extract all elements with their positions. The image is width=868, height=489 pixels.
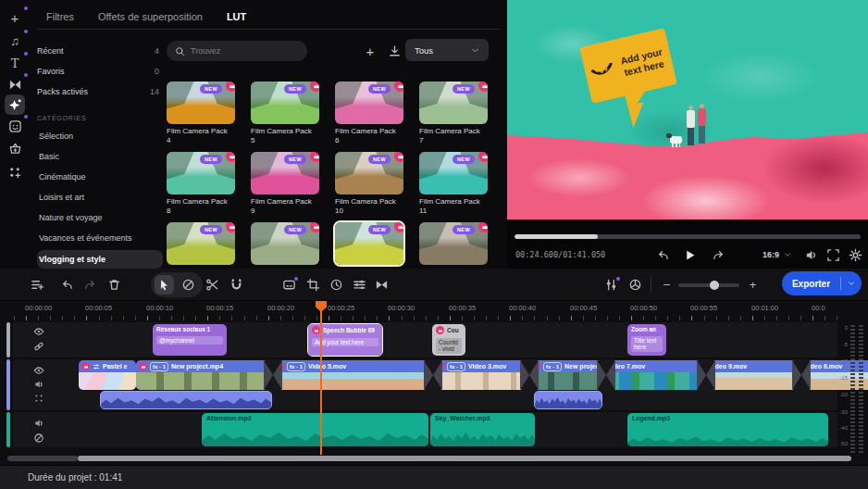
audio-mixer-button[interactable] <box>601 275 621 295</box>
speed-button[interactable] <box>327 275 346 295</box>
titles-icon[interactable]: T <box>5 53 25 73</box>
sidebar-item-favoris[interactable]: Favoris0 <box>37 67 159 83</box>
sidebar-item-cinematique[interactable]: Cinématique <box>37 169 163 185</box>
tab-offets-de-superposition[interactable]: Offets de superposition <box>98 7 203 26</box>
pack-card[interactable]: NEWFilm Camera Pack7 <box>419 82 491 152</box>
transition-clip[interactable] <box>520 360 539 390</box>
store-icon[interactable] <box>5 138 25 158</box>
sidebar-item-selection[interactable]: Sélection <box>37 128 163 144</box>
preview-progress-bar[interactable] <box>515 234 861 239</box>
music-clip[interactable]: Sky_Watcher.mp3 <box>430 413 535 446</box>
add-media-icon[interactable]: + <box>5 7 25 28</box>
playhead[interactable] <box>320 301 322 455</box>
search-bar[interactable] <box>167 41 307 61</box>
undo-button[interactable] <box>57 275 77 295</box>
text-track-lane[interactable] <box>13 322 837 357</box>
adjustments-button[interactable] <box>350 275 369 295</box>
text-clip[interactable]: Zoom an Title text here <box>627 324 666 356</box>
step-back-button[interactable] <box>655 247 671 263</box>
zoom-in-button[interactable]: + <box>743 275 763 295</box>
linked-audio-clip[interactable] <box>100 391 272 409</box>
export-button[interactable]: Exporter <box>782 271 862 295</box>
sidebar-item-loisirs-et-art[interactable]: Loisirs et art <box>37 189 163 206</box>
text-clip[interactable]: Réseaux sociaux 1 @mychannel <box>153 324 227 356</box>
pack-card[interactable]: NEWFilm Camera Pack6 <box>335 82 407 152</box>
sidebar-item-packs-actives[interactable]: Packs activés14 <box>37 87 159 104</box>
pack-card[interactable]: NEWFilm Camera Pack8 <box>167 152 239 222</box>
music-clip[interactable]: Legend.mp3 <box>627 413 828 446</box>
volume-button[interactable] <box>803 247 819 263</box>
pack-card[interactable]: NEWFilm Camera Pack11 <box>419 152 491 222</box>
search-input[interactable] <box>191 46 292 56</box>
timeline-hscrollbar[interactable] <box>7 456 851 461</box>
filter-dropdown[interactable]: Tous <box>405 39 489 61</box>
stickers-icon[interactable] <box>5 116 25 136</box>
transition-clip[interactable] <box>424 360 442 390</box>
redo-button[interactable] <box>81 275 100 295</box>
sidebar-item-vlogging-et-style[interactable]: Vlogging et style <box>37 250 163 269</box>
pointer-tool-button[interactable] <box>155 275 174 295</box>
sidebar-item-basic[interactable]: Basic <box>37 148 163 165</box>
video-clip[interactable]: fx · 1New project.mp4 <box>529 360 604 390</box>
video-clip[interactable]: Video 9.mov <box>706 360 801 390</box>
more-tools-icon[interactable] <box>5 162 25 182</box>
sidebar-item-vacances[interactable]: Vacances et événements <box>37 230 163 246</box>
zoom-slider-thumb[interactable] <box>710 281 719 290</box>
pack-card[interactable]: NEW <box>251 222 323 269</box>
split-button[interactable] <box>203 275 222 295</box>
transition-clip[interactable] <box>264 360 282 390</box>
sidebar-item-recent[interactable]: Récent4 <box>37 46 159 63</box>
zoom-out-button[interactable]: − <box>657 275 676 295</box>
video-clip[interactable]: fx · 1New project.mp4 <box>136 360 273 390</box>
pack-card-selected[interactable]: NEW <box>335 222 407 269</box>
pack-card[interactable]: NEWFilm Camera Pack4 <box>167 82 239 152</box>
video-clip[interactable]: fx · 1Video 3.mov <box>433 360 529 390</box>
timeline-zoom-slider[interactable] <box>678 283 739 287</box>
music-clip[interactable]: Attension.mp3 <box>202 413 428 446</box>
pack-card[interactable]: NEWFilm Camera Pack5 <box>251 82 323 152</box>
export-options-chevron[interactable] <box>841 280 862 287</box>
delete-button[interactable] <box>105 275 124 295</box>
transition-clip[interactable] <box>792 360 811 390</box>
tab-filtres[interactable]: Filtres <box>46 7 74 26</box>
pack-card[interactable]: NEW <box>167 222 239 269</box>
preview-canvas[interactable]: Add yourtext here <box>507 0 868 219</box>
color-grading-button[interactable] <box>626 275 645 295</box>
tab-lut[interactable]: LUT <box>227 7 246 26</box>
video-clip[interactable]: Video 7.mov <box>604 360 706 390</box>
music-track-mute-icon[interactable] <box>33 418 46 431</box>
text-clip[interactable]: Cou Countd - vivid <box>432 324 465 356</box>
aspect-ratio-dropdown[interactable]: 16:9 <box>763 250 791 259</box>
music-track-unlink-icon[interactable] <box>33 433 46 445</box>
effects-icon[interactable] <box>5 94 25 115</box>
step-forward-button[interactable] <box>711 247 726 263</box>
pack-card[interactable]: NEWFilm Camera Pack10 <box>335 152 407 222</box>
unlink-tool-button[interactable] <box>179 275 198 295</box>
pack-card[interactable]: NEW <box>419 222 491 269</box>
video-clip[interactable]: fx · 1Video 5.mov <box>273 360 433 390</box>
transition-tool-button[interactable] <box>372 275 391 295</box>
video-track-visibility-icon[interactable] <box>33 365 46 378</box>
download-button[interactable] <box>385 42 403 60</box>
linked-audio-clip[interactable] <box>534 391 602 409</box>
audio-icon[interactable]: ♫ <box>5 31 25 51</box>
text-track-visibility-icon[interactable] <box>33 326 46 339</box>
play-button[interactable] <box>682 247 698 263</box>
hscrollbar-thumb[interactable] <box>78 456 851 461</box>
video-clip[interactable]: Pastel e <box>79 360 136 390</box>
sidebar-item-nature-et-voyage[interactable]: Nature et voyage <box>37 209 163 226</box>
transition-clip[interactable] <box>597 360 615 390</box>
video-track-mute-icon[interactable] <box>33 379 46 392</box>
preview-settings-button[interactable] <box>848 247 863 263</box>
fullscreen-button[interactable] <box>825 247 841 263</box>
text-track-link-icon[interactable] <box>33 341 46 354</box>
transitions-icon[interactable] <box>5 74 25 94</box>
add-pack-button[interactable]: + <box>361 42 379 60</box>
transition-clip[interactable] <box>697 360 715 390</box>
pack-card[interactable]: NEWFilm Camera Pack9 <box>251 152 323 222</box>
text-clip-selected[interactable]: Speech Bubble 69 Add your text here <box>308 324 382 356</box>
add-to-timeline-button[interactable] <box>28 275 47 295</box>
captions-button[interactable] <box>279 275 299 295</box>
snap-magnet-button[interactable] <box>227 275 246 295</box>
video-track-options-icon[interactable] <box>33 393 46 406</box>
